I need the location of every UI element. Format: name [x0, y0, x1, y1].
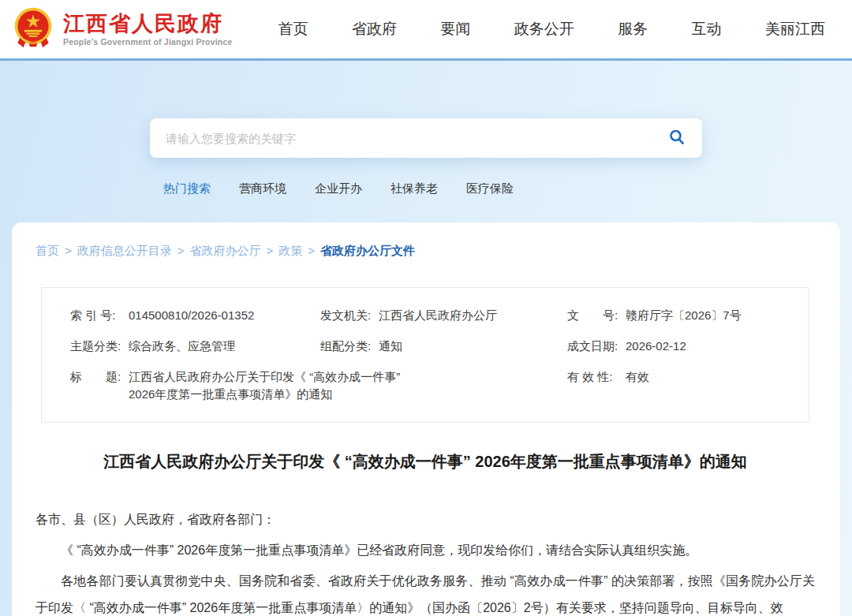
meta-index-number: 索 引 号: 014500810/2026-01352	[70, 307, 320, 324]
meta-issue-date-label: 成文日期:	[567, 338, 626, 355]
main-nav: 首页 省政府 要闻 政务公开 服务 互动 美丽江西	[278, 19, 836, 39]
breadcrumb-item-general-office[interactable]: 省政府办公厅	[190, 244, 261, 259]
meta-document-number: 文 号: 赣府厅字〔2026〕7号	[567, 307, 801, 324]
nav-item-gov-disclosure[interactable]: 政务公开	[514, 19, 574, 39]
hot-search-item-medical-insurance[interactable]: 医疗保险	[466, 181, 514, 196]
site-name-en: People's Government of Jiangxi Province	[63, 37, 233, 47]
nav-item-services[interactable]: 服务	[618, 19, 648, 39]
hot-search-item-social-security[interactable]: 社保养老	[390, 181, 438, 196]
nav-item-beautiful-jiangxi[interactable]: 美丽江西	[765, 19, 825, 39]
breadcrumb-item-home[interactable]: 首页	[36, 244, 59, 259]
hot-search-item-business-environment[interactable]: 营商环境	[239, 181, 286, 196]
nav-item-news[interactable]: 要闻	[440, 19, 470, 39]
content-card: 首页 > 政府信息公开目录 > 省政府办公厅 > 政策 > 省政府办公厅文件 索…	[12, 222, 840, 616]
meta-issue-date-value: 2026-02-12	[626, 338, 686, 355]
national-emblem-icon	[11, 6, 55, 53]
meta-issue-date: 成文日期: 2026-02-12	[567, 338, 801, 355]
site-header: 江西省人民政府 People's Government of Jiangxi P…	[0, 0, 852, 61]
document-meta-table: 索 引 号: 014500810/2026-01352 发文机关: 江西省人民政…	[41, 287, 809, 423]
meta-validity-value: 有效	[626, 368, 649, 403]
breadcrumb-item-policy[interactable]: 政策	[278, 244, 302, 259]
search-input[interactable]	[166, 132, 666, 145]
meta-subject-category-value: 综合政务、应急管理	[129, 338, 235, 355]
meta-index-number-label: 索 引 号:	[70, 307, 129, 324]
hot-search-label: 热门搜索	[163, 181, 211, 196]
breadcrumb-separator: >	[65, 244, 72, 259]
meta-title-value-line1: 江西省人民政府办公厅关于印发《 “高效办成一件事”	[129, 370, 400, 383]
document-body: 各市、县（区）人民政府，省政府各部门： 《 “高效办成一件事” 2026年度第一…	[36, 506, 815, 616]
meta-issuing-agency: 发文机关: 江西省人民政府办公厅	[320, 307, 567, 324]
meta-title-value-line2: 2026年度第一批重点事项清单》的通知	[129, 387, 332, 401]
meta-document-number-label: 文 号:	[567, 307, 626, 324]
meta-title-value: 江西省人民政府办公厅关于印发《 “高效办成一件事” 2026年度第一批重点事项清…	[129, 368, 400, 403]
breadcrumb-separator: >	[267, 244, 274, 259]
breadcrumb-current-office-documents: 省政府办公厅文件	[320, 244, 415, 259]
document-title: 江西省人民政府办公厅关于印发《 “高效办成一件事” 2026年度第一批重点事项清…	[36, 450, 815, 472]
search-button[interactable]	[666, 127, 688, 149]
breadcrumb-separator: >	[178, 244, 185, 259]
document-paragraph-salutation: 各市、县（区）人民政府，省政府各部门：	[36, 506, 815, 533]
meta-group-category-label: 组配分类:	[320, 338, 379, 355]
meta-validity-label: 有 效 性:	[567, 368, 626, 403]
meta-issuing-agency-label: 发文机关:	[320, 307, 379, 324]
meta-index-number-value: 014500810/2026-01352	[129, 307, 254, 324]
hot-search-item-company-registration[interactable]: 企业开办	[315, 181, 362, 196]
nav-item-provincial-government[interactable]: 省政府	[352, 19, 397, 39]
meta-title-label: 标 题:	[70, 368, 129, 403]
meta-group-category: 组配分类: 通知	[320, 338, 567, 355]
site-name-cn: 江西省人民政府	[63, 12, 233, 35]
search-bar	[150, 118, 702, 158]
meta-group-category-value: 通知	[379, 338, 402, 355]
breadcrumb-item-info-disclosure-catalog[interactable]: 政府信息公开目录	[77, 244, 172, 259]
nav-item-interaction[interactable]: 互动	[692, 19, 722, 39]
hot-search-row: 热门搜索 营商环境 企业开办 社保养老 医疗保险	[150, 181, 702, 196]
nav-item-home[interactable]: 首页	[278, 19, 308, 39]
search-banner: 热门搜索 营商环境 企业开办 社保养老 医疗保险	[0, 61, 852, 196]
search-icon	[668, 129, 686, 148]
breadcrumb-separator: >	[308, 244, 315, 259]
document-paragraph-2: 各地各部门要认真贯彻党中央、国务院和省委、省政府关于优化政务服务、推动 “高效办…	[36, 568, 815, 616]
meta-subject-category: 主题分类: 综合政务、应急管理	[70, 338, 320, 355]
document-paragraph-1: 《 “高效办成一件事” 2026年度第一批重点事项清单》已经省政府同意，现印发给…	[36, 537, 815, 564]
site-logo[interactable]: 江西省人民政府 People's Government of Jiangxi P…	[11, 6, 233, 53]
breadcrumb: 首页 > 政府信息公开目录 > 省政府办公厅 > 政策 > 省政府办公厅文件	[36, 244, 815, 259]
meta-title: 标 题: 江西省人民政府办公厅关于印发《 “高效办成一件事” 2026年度第一批…	[70, 368, 567, 403]
meta-validity: 有 效 性: 有效	[567, 368, 801, 403]
meta-subject-category-label: 主题分类:	[70, 338, 129, 355]
meta-document-number-value: 赣府厅字〔2026〕7号	[626, 307, 742, 324]
meta-issuing-agency-value: 江西省人民政府办公厅	[379, 307, 497, 324]
